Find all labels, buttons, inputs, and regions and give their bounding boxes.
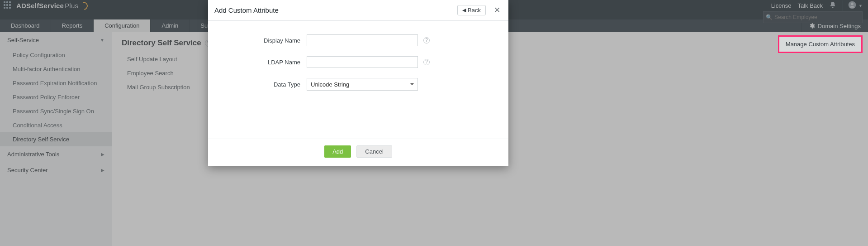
back-label: Back xyxy=(468,7,481,14)
close-icon[interactable]: ✕ xyxy=(492,5,502,16)
add-button[interactable]: Add xyxy=(324,145,351,158)
ldap-name-label: LDAP Name xyxy=(226,59,307,66)
manage-custom-attributes-button[interactable]: Manage Custom Attributes xyxy=(778,35,863,53)
back-button[interactable]: ◀ Back xyxy=(457,5,486,15)
data-type-label: Data Type xyxy=(226,81,307,88)
data-type-select[interactable]: Unicode String xyxy=(307,78,418,91)
help-icon[interactable]: ? xyxy=(423,59,430,65)
display-name-label: Display Name xyxy=(226,37,307,44)
chevron-left-icon: ◀ xyxy=(462,7,466,13)
data-type-value: Unicode String xyxy=(311,81,349,88)
add-attribute-modal: Add Custom Attribute ◀ Back ✕ Display Na… xyxy=(208,0,508,166)
ldap-name-input[interactable] xyxy=(307,56,418,68)
cancel-button[interactable]: Cancel xyxy=(356,145,392,158)
modal-footer: Add Cancel xyxy=(208,139,508,166)
help-icon[interactable]: ? xyxy=(423,37,430,43)
modal-header: Add Custom Attribute ◀ Back ✕ xyxy=(208,0,508,21)
modal-body: Display Name ? LDAP Name ? Data Type Uni… xyxy=(208,21,508,139)
modal-title: Add Custom Attribute xyxy=(214,6,279,14)
chevron-down-icon xyxy=(406,78,417,90)
display-name-input[interactable] xyxy=(307,34,418,46)
